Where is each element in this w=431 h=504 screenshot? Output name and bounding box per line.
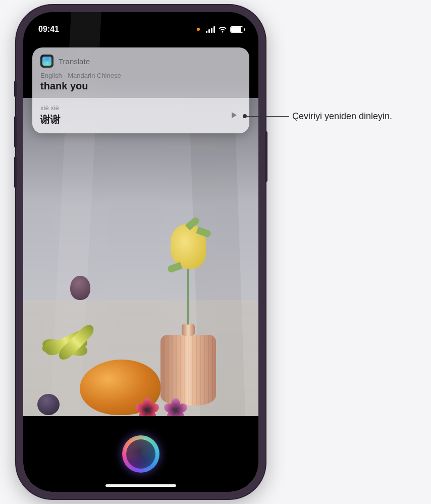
play-icon [230,111,238,119]
phone-frame: 09:41 Translate English - Mandarin Chine… [16,5,265,499]
translate-app-icon [40,55,53,68]
translation-result-row: xiè xiè 谢谢 [32,98,249,133]
translate-result-card[interactable]: Translate English - Mandarin Chinese tha… [32,47,249,133]
dynamic-island [108,21,174,39]
wifi-icon [218,26,227,33]
callout-label: Çeviriyi yeniden dinleyin. [292,111,392,122]
volume-up-button [14,116,17,147]
cellular-icon [206,26,215,33]
translated-phrase: 谢谢 [40,113,61,126]
card-app-name: Translate [59,57,90,66]
language-pair-label: English - Mandarin Chinese [40,72,241,79]
phone-screen: 09:41 Translate English - Mandarin Chine… [23,12,258,492]
home-indicator[interactable] [105,484,176,487]
play-translation-button[interactable] [226,108,241,123]
pinyin-text: xiè xiè [40,104,61,112]
mute-switch [14,81,17,97]
source-phrase: thank you [40,80,241,92]
status-time: 09:41 [38,25,59,34]
battery-icon [230,26,243,33]
mic-indicator-icon [197,28,200,31]
siri-orb[interactable] [122,435,159,473]
annotation-callout: Çeviriyi yeniden dinleyin. [245,111,392,122]
volume-down-button [14,157,17,188]
power-button [265,131,267,182]
